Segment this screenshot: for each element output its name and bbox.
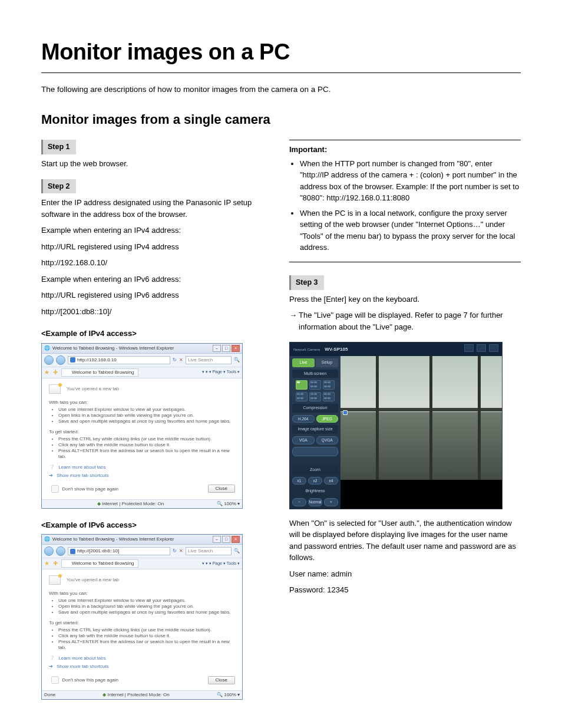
list-item: Save and open multiple webpages at once … <box>58 610 235 615</box>
ie-screenshot-ipv4: 🌐 Welcome to Tabbed Browsing - Windows I… <box>41 343 243 509</box>
cam-bright-plus: + <box>324 498 338 506</box>
ie-screenshot-ipv6: 🌐 Welcome to Tabbed Browsing - Windows I… <box>41 534 243 700</box>
refresh-icon: ↻ <box>173 357 177 363</box>
shield-icon: ◆ <box>97 501 101 506</box>
cam-brand: Network Camera <box>293 348 320 351</box>
cam-video-view <box>340 356 502 480</box>
ie-window-title: Welcome to Tabbed Browsing - Windows Int… <box>52 345 174 351</box>
cam-zoom-x4: x4 <box>324 477 338 485</box>
multiscreen-icon <box>323 380 335 390</box>
close-button: Close <box>208 485 235 493</box>
ipv6-line2: http://[2001:db8::10]/ <box>41 306 273 318</box>
get-started-list: Press the CTRL key while clicking links … <box>49 436 235 460</box>
two-column-layout: Step 1 Start up the web browser. Step 2 … <box>41 140 521 706</box>
zoom-level: 🔍 100% ▾ <box>217 501 240 507</box>
cam-zoom-x2: x2 <box>308 477 322 485</box>
cam-header-icon <box>477 344 486 352</box>
cam-brightness-label: Brightness <box>292 487 338 496</box>
cam-model: WV-SP105 <box>325 347 348 352</box>
ie-window-title: Welcome to Tabbed Browsing - Windows Int… <box>52 536 174 542</box>
step1-text: Start up the web browser. <box>41 158 273 170</box>
dont-show-label: Don't show this page again <box>62 677 118 683</box>
example-ipv4-heading: <Example of IPv4 access> <box>41 328 273 340</box>
search-box: Live Search <box>186 356 232 364</box>
cam-sidebar: Live Setup Multi-screen Compression <box>290 356 340 509</box>
cam-compression-label: Compression <box>292 404 338 413</box>
arrow-icon: → <box>289 309 299 332</box>
step1-label: Step 1 <box>41 140 76 154</box>
show-more-link: Show more tab shortcuts <box>57 664 108 669</box>
newtab-heading: You've opened a new tab <box>67 577 119 583</box>
search-icon: 🔍 <box>234 357 240 363</box>
list-item: Use one Internet Explorer window to view… <box>58 407 235 413</box>
ie-app-icon: 🌐 <box>44 345 50 351</box>
example-ipv6-heading: <Example of IPv6 access> <box>41 519 273 531</box>
toolbar-tools: ▾ ▾ ▾ Page ▾ Tools ▾ <box>202 370 240 375</box>
page-number: 5 <box>41 724 521 728</box>
newtab-icon <box>49 384 61 394</box>
tab-icon <box>65 561 70 566</box>
cam-tab-setup: Setup <box>316 358 338 367</box>
step2-text: Enter the IP address designated using th… <box>41 197 273 220</box>
cam-bright-minus: − <box>292 498 306 506</box>
list-item: Open links in a background tab while vie… <box>58 604 235 610</box>
with-tabs-list: Use one Internet Explorer window to view… <box>49 407 235 424</box>
search-icon: 🔍 <box>234 548 240 554</box>
with-tabs-label: With tabs you can: <box>49 591 235 597</box>
list-item: Press ALT+ENTER from the address bar or … <box>58 448 235 460</box>
cam-multiscreen-label: Multi-screen <box>292 370 338 378</box>
tab-label: Welcome to Tabbed Browsing <box>72 561 134 566</box>
list-item: Save and open multiple webpages at once … <box>58 419 235 424</box>
important-box: Important: When the HTTP port number is … <box>289 140 521 262</box>
step3-text: Press the [Enter] key on the keyboard. <box>289 294 521 305</box>
stop-icon: ✕ <box>179 357 183 363</box>
multiscreen-icon <box>296 380 308 390</box>
list-item: Open links in a background tab while vie… <box>58 413 235 419</box>
important-label: Important: <box>289 144 521 156</box>
page-title: Monitor images on a PC <box>41 35 521 69</box>
camera-live-screenshot: Network Camera WV-SP105 Live Setup Multi… <box>289 342 503 509</box>
toolbar-tools: ▾ ▾ ▾ Page ▾ Tools ▾ <box>202 561 240 566</box>
arrow-icon: ➔ <box>49 473 53 478</box>
ipv4-line1: http://URL registered using IPv4 address <box>41 241 273 253</box>
favorites-icon: ★ <box>44 369 49 377</box>
cam-h264-button: H.264 <box>292 415 315 423</box>
arrow-icon: ➔ <box>49 664 53 669</box>
forward-icon <box>56 546 65 556</box>
status-security: Internet | Protected Mode: On <box>107 692 169 697</box>
cam-zoom-x1: x1 <box>292 477 306 485</box>
list-item: Use one Internet Explorer window to view… <box>58 598 235 604</box>
cam-header-icon <box>489 344 498 352</box>
search-box: Live Search <box>186 547 232 555</box>
stop-icon: ✕ <box>179 548 183 554</box>
with-tabs-label: With tabs you can: <box>49 400 235 406</box>
cam-vga-button: VGA <box>292 436 315 444</box>
step3-result: The "Live" page will be displayed. Refer… <box>299 309 521 332</box>
list-item: Press ALT+ENTER from the address bar or … <box>58 639 235 651</box>
important-item: When the PC is in a local network, confi… <box>300 207 521 253</box>
close-icon: × <box>232 536 240 543</box>
ie-app-icon: 🌐 <box>44 536 50 542</box>
list-item: Press the CTRL key while clicking links … <box>58 436 235 442</box>
cam-jpeg-button: JPEG <box>316 415 339 423</box>
address-bar: http://192.168.0.10 <box>68 356 170 364</box>
status-security: Internet | Protected Mode: On <box>102 501 164 506</box>
learn-more-link: Learn more about tabs <box>58 655 106 661</box>
close-icon: × <box>232 345 240 352</box>
ipv6-intro: Example when entering an IPv6 address: <box>41 274 273 285</box>
ipv4-intro: Example when entering an IPv4 address: <box>41 225 273 236</box>
cam-imgcap-label: Image capture size <box>292 425 338 434</box>
info-icon: ❔ <box>49 465 55 470</box>
important-item: When the HTTP port number is changed fro… <box>300 158 521 204</box>
page-icon <box>70 357 75 363</box>
with-tabs-list: Use one Internet Explorer window to view… <box>49 598 235 615</box>
cam-bright-normal: Normal <box>308 498 322 506</box>
get-started-label: To get started: <box>49 620 235 626</box>
shield-icon: ◆ <box>103 692 106 697</box>
back-icon <box>44 546 54 556</box>
tab-icon <box>65 370 70 375</box>
add-fav-icon: ✚ <box>53 560 58 568</box>
dont-show-checkbox <box>51 676 59 684</box>
list-item: Click any tab with the middle mouse butt… <box>58 442 235 448</box>
list-item: Click any tab with the middle mouse butt… <box>58 633 235 639</box>
